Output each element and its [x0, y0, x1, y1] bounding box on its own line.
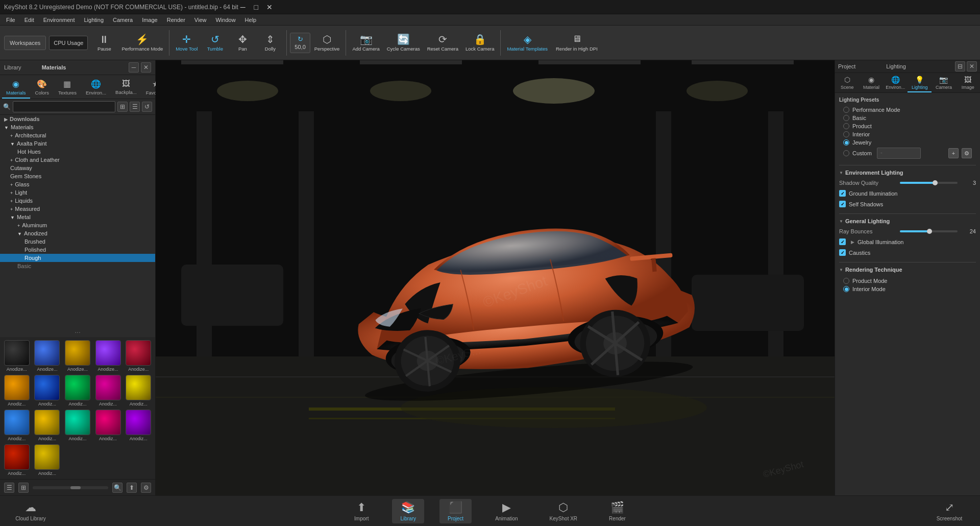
tree-rough[interactable]: Rough [0, 254, 155, 262]
material-item-3[interactable]: Anodize... [63, 339, 92, 373]
minimize-button[interactable]: ─ [238, 3, 248, 12]
menu-file[interactable]: File [2, 16, 19, 24]
pan-button[interactable]: ✥ Pan [229, 28, 256, 58]
general-lighting-header[interactable]: ▼ General Lighting [839, 218, 976, 224]
self-shadows-row[interactable]: ✓ Self Shadows [839, 200, 976, 208]
tree-materials[interactable]: ▼Materials [0, 123, 155, 131]
material-item-1[interactable]: Anodize... [2, 339, 32, 373]
custom-preset-input[interactable]: - [877, 148, 921, 159]
menu-render[interactable]: Render [163, 16, 189, 24]
tab-colors[interactable]: 🎨 Colors [31, 77, 53, 99]
material-item-13[interactable]: Anodiz... [63, 409, 92, 442]
custom-preset-config[interactable]: ⚙ [962, 148, 972, 158]
right-panel-close[interactable]: ✕ [967, 61, 977, 71]
screenshot-button[interactable]: ⤢ Screenshot [929, 501, 970, 521]
tab-camera[interactable]: 📷 Camera [932, 73, 955, 92]
tumble-button[interactable]: ↺ Tumble [202, 28, 228, 58]
material-templates-button[interactable]: ◈ Material Templates [504, 28, 551, 58]
menu-view[interactable]: View [190, 16, 211, 24]
project-button[interactable]: ⬛ Project [439, 499, 472, 523]
panel-close-button[interactable]: ✕ [141, 62, 151, 73]
tree-basic[interactable]: Basic [0, 262, 155, 270]
lock-camera-button[interactable]: 🔒 Lock Camera [462, 28, 498, 58]
tab-scene[interactable]: ⬡ Scene [835, 73, 859, 92]
panel-minimize-button[interactable]: ─ [129, 62, 139, 73]
material-item-14[interactable]: Anodiz... [93, 409, 123, 442]
close-button[interactable]: ✕ [265, 3, 274, 12]
grid-view-button[interactable]: ⊞ [117, 102, 128, 112]
right-panel-float[interactable]: ⊟ [955, 61, 965, 71]
material-item-5[interactable]: Anodize... [124, 339, 153, 373]
menu-edit[interactable]: Edit [20, 16, 38, 24]
import-button[interactable]: ⬆ Import [346, 499, 377, 523]
preset-custom[interactable]: Custom - + ⚙ [839, 147, 976, 160]
footer-upload-button[interactable]: ⬆ [127, 483, 137, 493]
global-illumination-row[interactable]: ✓ ▶ Global Illumination [839, 237, 976, 246]
move-tool-button[interactable]: ✛ Move Tool [173, 28, 201, 58]
tab-materials[interactable]: ◉ Materials [2, 77, 30, 99]
performance-mode-button[interactable]: ⚡ Performance Mode [118, 28, 166, 58]
tree-axalta-paint[interactable]: ▼Axalta Paint [0, 139, 155, 148]
shadow-quality-slider[interactable] [900, 182, 958, 184]
preset-interior[interactable]: Interior [839, 130, 976, 138]
material-item-17[interactable]: Anodiz... [33, 443, 62, 477]
keyshot-xr-button[interactable]: ⬡ KeyShot XR [542, 499, 585, 523]
menu-camera[interactable]: Camera [109, 16, 137, 24]
perspective-button[interactable]: ⬡ Perspective [311, 28, 343, 58]
custom-preset-add[interactable]: + [948, 148, 959, 158]
refresh-button[interactable]: ↺ [142, 102, 152, 112]
preset-jewelry[interactable]: Jewelry [839, 138, 976, 147]
material-item-12[interactable]: Anodiz... [33, 409, 62, 442]
tab-image[interactable]: 🖼 Image [956, 73, 980, 92]
list-view-button[interactable]: ☰ [130, 102, 140, 112]
dolly-button[interactable]: ⇕ Dolly [257, 28, 283, 58]
tree-gem-stones[interactable]: Gem Stones [0, 172, 155, 180]
footer-settings-button[interactable]: ⚙ [141, 483, 151, 493]
tab-material[interactable]: ◉ Material [859, 73, 883, 92]
self-shadows-checkbox[interactable]: ✓ [839, 201, 846, 207]
render-high-dpi-button[interactable]: 🖥 Render in High DPI [552, 28, 602, 58]
workspaces-button[interactable]: Workspaces [4, 36, 46, 50]
tree-area[interactable]: ▶Downloads ▼Materials +Architectural ▼Ax… [0, 115, 155, 327]
tree-anodized[interactable]: ▼Anodized [0, 229, 155, 237]
reset-camera-button[interactable]: ⟳ Reset Camera [424, 28, 461, 58]
tree-hot-hues[interactable]: Hot Hues [0, 148, 155, 156]
search-input[interactable] [13, 101, 115, 112]
preset-performance-mode[interactable]: Performance Mode [839, 106, 976, 114]
tree-liquids[interactable]: +Liquids [0, 197, 155, 205]
menu-window[interactable]: Window [211, 16, 239, 24]
tab-textures[interactable]: ▦ Textures [54, 77, 81, 99]
material-item-8[interactable]: Anodiz... [63, 374, 92, 408]
env-lighting-header[interactable]: ▼ Environment Lighting [839, 170, 976, 176]
tree-architectural[interactable]: +Architectural [0, 131, 155, 139]
ground-illumination-checkbox[interactable]: ✓ [839, 190, 846, 197]
material-item-2[interactable]: Anodize... [33, 339, 62, 373]
tree-cutaway[interactable]: Cutaway [0, 164, 155, 172]
tree-downloads[interactable]: ▶Downloads [0, 115, 155, 123]
material-item-9[interactable]: Anodiz... [93, 374, 123, 408]
tab-lighting[interactable]: 💡 Lighting [908, 73, 932, 92]
tree-brushed[interactable]: Brushed [0, 237, 155, 246]
animation-button[interactable]: ▶ Animation [487, 499, 526, 523]
material-item-6[interactable]: Anodiz... [2, 374, 32, 408]
menu-environment[interactable]: Environment [39, 16, 79, 24]
cloud-library-button[interactable]: ☁ Cloud Library [10, 501, 51, 521]
viewport[interactable]: ©KeyShot ©KeyS... [156, 60, 835, 495]
menu-help[interactable]: Help [241, 16, 261, 24]
footer-menu-button[interactable]: ☰ [4, 483, 14, 493]
menu-image[interactable]: Image [138, 16, 162, 24]
cycle-cameras-button[interactable]: 🔄 Cycle Cameras [384, 28, 423, 58]
add-camera-button[interactable]: 📷 Add Camera [349, 28, 382, 58]
preset-basic[interactable]: Basic [839, 114, 976, 122]
global-illumination-checkbox[interactable]: ✓ [839, 238, 846, 245]
material-item-16[interactable]: Anodiz... [2, 443, 32, 477]
pause-button[interactable]: ⏸ Pause [91, 28, 117, 58]
tree-measured[interactable]: +Measured [0, 205, 155, 213]
tree-cloth-leather[interactable]: +Cloth and Leather [0, 156, 155, 164]
tab-environment[interactable]: 🌐 Environ... [884, 73, 908, 92]
menu-lighting[interactable]: Lighting [80, 16, 108, 24]
tree-aluminum[interactable]: +Aluminum [0, 221, 155, 229]
library-button[interactable]: 📚 Library [392, 499, 424, 523]
material-item-15[interactable]: Anodiz... [124, 409, 153, 442]
tab-environments[interactable]: 🌐 Environ... [82, 77, 110, 99]
